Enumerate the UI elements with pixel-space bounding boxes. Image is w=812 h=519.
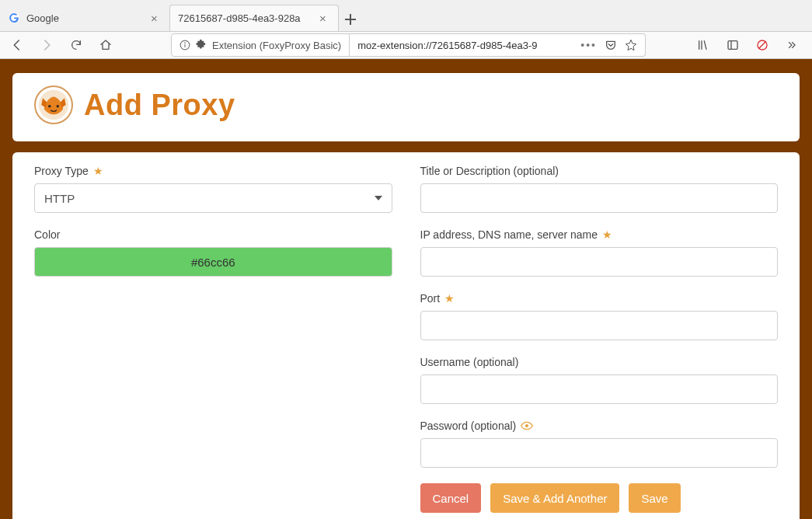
form-card: Proxy Type ★ HTTP Color #66cc66 (12, 152, 800, 519)
toolbar: Extension (FoxyProxy Basic) ••• (0, 31, 812, 59)
page-background: Add Proxy Proxy Type ★ HTTP Col (0, 59, 812, 519)
left-column: Proxy Type ★ HTTP Color #66cc66 (34, 165, 392, 513)
foxyproxy-logo (34, 85, 73, 124)
urlbar[interactable]: ••• (350, 33, 646, 57)
close-icon[interactable]: × (319, 12, 330, 24)
label-title: Title or Description (optional) (420, 165, 559, 177)
color-swatch[interactable]: #66cc66 (34, 247, 392, 277)
svg-point-9 (48, 105, 51, 108)
label-proxy-type: Proxy Type (34, 165, 89, 177)
required-star-icon: ★ (444, 292, 455, 305)
ip-input[interactable] (420, 247, 779, 277)
info-icon (179, 40, 190, 51)
google-favicon (8, 12, 20, 24)
svg-rect-4 (728, 41, 737, 50)
field-username: Username (optional) (420, 356, 779, 404)
svg-point-10 (57, 105, 60, 108)
label-ip: IP address, DNS name, server name (420, 228, 598, 241)
proxy-type-value: HTTP (44, 192, 75, 205)
field-color: Color #66cc66 (34, 228, 392, 277)
field-title: Title or Description (optional) (420, 165, 779, 213)
title-input[interactable] (420, 183, 779, 213)
reload-button[interactable] (65, 34, 87, 56)
home-button[interactable] (95, 34, 117, 56)
toolbar-right (692, 34, 806, 56)
close-icon[interactable]: × (151, 12, 162, 24)
urlbar-wrapper: Extension (FoxyProxy Basic) ••• (171, 33, 646, 57)
svg-point-2 (184, 42, 186, 44)
button-row: Cancel Save & Add Another Save (420, 483, 779, 513)
page-title: Add Proxy (84, 89, 235, 122)
label-password: Password (optional) (420, 420, 517, 432)
svg-line-7 (758, 41, 765, 48)
bookmark-star-icon[interactable] (625, 39, 637, 51)
pocket-icon[interactable] (605, 39, 617, 51)
forward-button[interactable] (36, 34, 58, 56)
noscript-icon[interactable] (751, 34, 773, 56)
proxy-type-select[interactable]: HTTP (34, 183, 392, 213)
sidebar-icon[interactable] (722, 34, 744, 56)
page-actions-icon[interactable]: ••• (580, 39, 597, 51)
port-input[interactable] (420, 311, 779, 340)
caret-down-icon (375, 196, 382, 200)
tab-google[interactable]: Google × (0, 5, 169, 31)
label-port: Port (420, 292, 441, 305)
save-add-another-button[interactable]: Save & Add Another (490, 483, 619, 513)
field-password: Password (optional) (420, 420, 779, 468)
eye-icon[interactable] (521, 421, 533, 430)
tab-title: Google (26, 12, 145, 24)
identity-box[interactable]: Extension (FoxyProxy Basic) (171, 33, 350, 57)
url-input[interactable] (357, 40, 573, 51)
right-column: Title or Description (optional) IP addre… (420, 165, 779, 513)
username-input[interactable] (420, 374, 779, 404)
tab-title: 72615687-d985-4ea3-928a (178, 12, 313, 24)
tabstrip: Google × 72615687-d985-4ea3-928a × (0, 0, 812, 31)
overflow-icon[interactable] (781, 34, 803, 56)
label-color: Color (34, 228, 60, 241)
identity-label: Extension (FoxyProxy Basic) (212, 40, 341, 51)
extension-icon (195, 39, 207, 51)
back-button[interactable] (6, 34, 28, 56)
password-input[interactable] (420, 438, 779, 468)
field-ip: IP address, DNS name, server name ★ (420, 228, 779, 277)
new-tab-button[interactable] (339, 8, 362, 31)
required-star-icon: ★ (93, 165, 103, 177)
save-button[interactable]: Save (629, 483, 680, 513)
svg-point-11 (525, 424, 528, 427)
tab-extension[interactable]: 72615687-d985-4ea3-928a × (169, 5, 339, 31)
header-card: Add Proxy (12, 73, 800, 141)
cancel-button[interactable]: Cancel (420, 483, 482, 513)
field-proxy-type: Proxy Type ★ HTTP (34, 165, 392, 213)
svg-rect-3 (184, 44, 185, 47)
label-username: Username (optional) (420, 356, 519, 368)
library-icon[interactable] (692, 34, 714, 56)
field-port: Port ★ (420, 292, 779, 340)
required-star-icon: ★ (602, 228, 612, 241)
